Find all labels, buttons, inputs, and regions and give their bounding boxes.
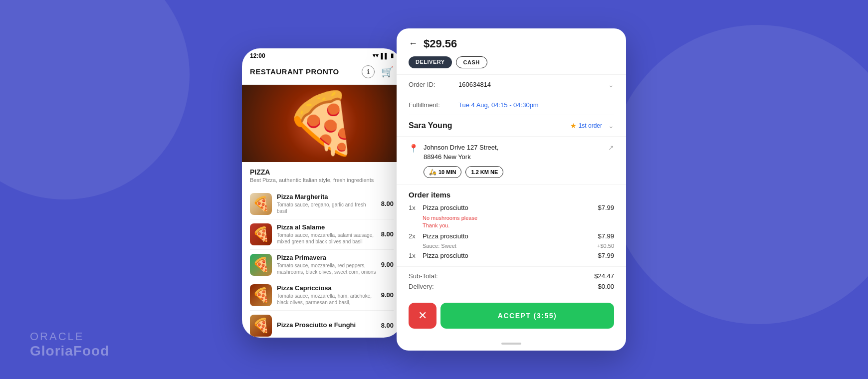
item-price: 8.00: [381, 322, 394, 329]
subtotal-label: Sub-Total:: [409, 272, 438, 280]
item-name: Pizza Prosciutto e Funghi: [277, 321, 376, 329]
order-line-3: 1x Pizza prosciutto $7.99: [409, 252, 614, 259]
bg-circle-right: [609, 25, 868, 324]
list-item[interactable]: 🍕 Pizza Prosciutto e Funghi 8.00: [250, 311, 394, 338]
addon-price: +$0.50: [597, 243, 614, 249]
order-panel: ← $29.56 DELIVERY CASH Order ID: 1606348…: [397, 28, 626, 351]
subtotal-value: $24.47: [594, 272, 614, 280]
oracle-logo: ORACLE GloriaFood: [30, 330, 109, 359]
item-qty: 2x: [409, 232, 423, 240]
fulfillment-label: Fulfillment:: [409, 101, 458, 109]
cart-icon[interactable]: 🛒: [381, 65, 394, 78]
item-desc: Tomato sauce, mozzarella, ham, artichoke…: [277, 293, 376, 306]
item-price: 9.00: [381, 291, 394, 299]
item-desc: Tomato sauce, oregano, garlic and fresh …: [277, 201, 376, 214]
delivery-value: $0.00: [598, 283, 614, 290]
phone-mockup: 12:00 ▾▾ ▌▌ ▮ RESTAURANT PRONTO ℹ 🛒 PIZZ…: [242, 48, 402, 338]
fulfillment-value: Tue 4 Aug, 04:15 - 04:30pm: [458, 101, 539, 109]
item-info: Pizza Margherita Tomato sauce, oregano, …: [277, 193, 376, 214]
phone-content: PIZZA Best Pizza, authentic Italian styl…: [242, 162, 402, 338]
list-item[interactable]: 🍕 Pizza al Salame Tomato sauce, mozzarel…: [250, 219, 394, 250]
pizza-hero-image: [242, 85, 402, 162]
list-item[interactable]: 🍕 Pizza Margherita Tomato sauce, oregano…: [250, 189, 394, 219]
item-name: Pizza Primavera: [277, 254, 376, 261]
reject-button[interactable]: ✕: [409, 303, 436, 329]
info-icon[interactable]: ℹ: [362, 65, 375, 78]
scene: 12:00 ▾▾ ▌▌ ▮ RESTAURANT PRONTO ℹ 🛒 PIZZ…: [242, 28, 626, 351]
address-line-1: Johnson Drive 127 Street,: [424, 143, 603, 153]
order-total: $29.56: [424, 37, 457, 50]
address-text: Johnson Drive 127 Street, 88946 New York…: [424, 143, 603, 178]
distance-tags: 🛵 10 MIN 1.2 KM NE: [424, 166, 603, 178]
item-name: Pizza Capricciosa: [277, 284, 376, 292]
item-qty: 1x: [409, 252, 423, 259]
delivery-label: Delivery:: [409, 283, 434, 290]
address-row: 📍 Johnson Drive 127 Street, 88946 New Yo…: [397, 137, 626, 185]
item-desc: Tomato sauce, mozzarella, salami sausage…: [277, 232, 376, 245]
order-total-row: ← $29.56: [409, 37, 614, 50]
item-thumbnail: 🍕: [250, 315, 272, 337]
order-items-section: Order items 1x Pizza prosciutto $7.99 No…: [397, 185, 626, 267]
item-name: Pizza prosciutto: [423, 204, 598, 211]
item-price: $7.99: [598, 204, 614, 211]
item-note-1: No mushrooms pleaseThank you.: [423, 214, 614, 230]
item-thumbnail: 🍕: [250, 254, 272, 276]
addon-row-2: Sauce: Sweet +$0.50: [423, 243, 614, 249]
item-price: $7.99: [598, 232, 614, 240]
item-name: Pizza al Salame: [277, 223, 376, 231]
scooter-icon: 🛵: [429, 169, 436, 176]
customer-chevron-icon[interactable]: ⌄: [608, 122, 614, 130]
first-order-badge: 1st order: [579, 122, 602, 129]
order-id-row: Order ID: 160634814 ⌄: [409, 75, 614, 95]
addon-name: Sauce: Sweet: [423, 243, 597, 249]
subtotal-row: Sub-Total: $24.47: [409, 271, 614, 281]
order-line-2: 2x Pizza prosciutto $7.99: [409, 232, 614, 240]
item-thumbnail: 🍕: [250, 284, 272, 306]
accept-button[interactable]: ACCEPT (3:55): [440, 303, 614, 329]
section-desc: Best Pizza, authentic Italian style, fre…: [250, 177, 394, 183]
cash-tag[interactable]: CASH: [456, 56, 487, 68]
home-bar: [501, 343, 521, 345]
wifi-icon: ▾▾: [373, 52, 379, 59]
home-indicator: [397, 339, 626, 351]
chevron-down-icon[interactable]: ⌄: [608, 81, 614, 89]
item-info: Pizza al Salame Tomato sauce, mozzarella…: [277, 223, 376, 245]
delivery-row: Delivery: $0.00: [409, 281, 614, 292]
list-item[interactable]: 🍕 Pizza Primavera Tomato sauce, mozzarel…: [250, 250, 394, 280]
star-icon: ★: [570, 122, 577, 130]
item-thumbnail: 🍕: [250, 193, 272, 215]
signal-icon: ▌▌: [381, 53, 389, 59]
time-value: 10 MIN: [438, 169, 456, 175]
oracle-text: ORACLE: [30, 330, 109, 343]
header-icons: ℹ 🛒: [362, 65, 394, 78]
customer-row: Sara Young ★ 1st order ⌄: [397, 115, 626, 137]
item-price: 9.00: [381, 261, 394, 268]
order-items-title: Order items: [409, 190, 614, 199]
item-info: Pizza Prosciutto e Funghi: [277, 321, 376, 330]
item-thumbnail: 🍕: [250, 223, 272, 245]
customer-name: Sara Young: [409, 121, 570, 130]
order-id-value: 160634814: [458, 81, 608, 88]
item-name: Pizza prosciutto: [423, 252, 598, 259]
battery-icon: ▮: [391, 52, 394, 59]
external-link-icon[interactable]: ↗: [608, 144, 614, 152]
item-qty: 1x: [409, 204, 423, 211]
status-icons: ▾▾ ▌▌ ▮: [373, 52, 394, 59]
list-item[interactable]: 🍕 Pizza Capricciosa Tomato sauce, mozzar…: [250, 280, 394, 311]
customer-badge: ★ 1st order: [570, 122, 602, 130]
order-meta: Order ID: 160634814 ⌄ Fulfillment: Tue 4…: [397, 75, 626, 115]
item-name: Pizza prosciutto: [423, 232, 598, 240]
item-desc: Tomato sauce, mozzarella, red peppers, m…: [277, 262, 376, 275]
subtotal-section: Sub-Total: $24.47 Delivery: $0.00: [397, 266, 626, 298]
section-title: PIZZA: [250, 168, 394, 176]
map-pin-icon: 📍: [409, 144, 419, 153]
delivery-tag[interactable]: DELIVERY: [409, 56, 452, 68]
restaurant-name: RESTAURANT PRONTO: [250, 67, 339, 76]
fulfillment-row: Fulfillment: Tue 4 Aug, 04:15 - 04:30pm: [409, 95, 614, 115]
order-top: ← $29.56 DELIVERY CASH: [397, 28, 626, 75]
status-bar: 12:00 ▾▾ ▌▌ ▮: [242, 48, 402, 61]
back-arrow-icon[interactable]: ←: [409, 38, 418, 49]
order-id-label: Order ID:: [409, 81, 458, 88]
item-price: 8.00: [381, 230, 394, 238]
distance-tag: 1.2 KM NE: [465, 166, 503, 178]
